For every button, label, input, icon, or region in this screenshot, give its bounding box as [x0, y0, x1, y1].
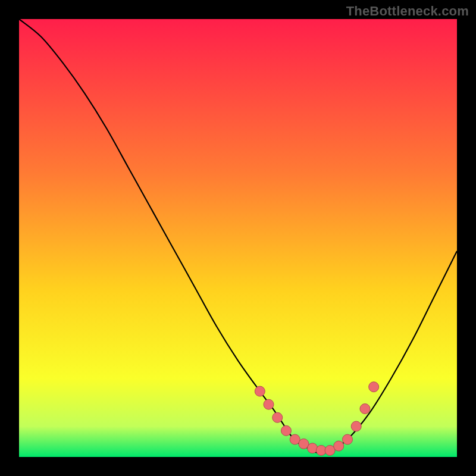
watermark-text: TheBottleneck.com — [346, 4, 469, 19]
curve-marker — [273, 412, 283, 422]
curve-marker — [255, 386, 265, 396]
chart-svg — [19, 19, 457, 457]
curve-marker — [334, 441, 344, 451]
curve-marker — [343, 434, 353, 444]
curve-marker — [264, 399, 274, 409]
curve-marker — [308, 443, 318, 453]
curve-marker — [369, 382, 379, 392]
curve-marker — [360, 404, 370, 414]
chart-frame: TheBottleneck.com — [0, 0, 476, 476]
plot-area — [19, 19, 457, 457]
curve-marker — [281, 425, 291, 436]
gradient-background — [19, 19, 457, 457]
curve-marker — [351, 421, 361, 431]
